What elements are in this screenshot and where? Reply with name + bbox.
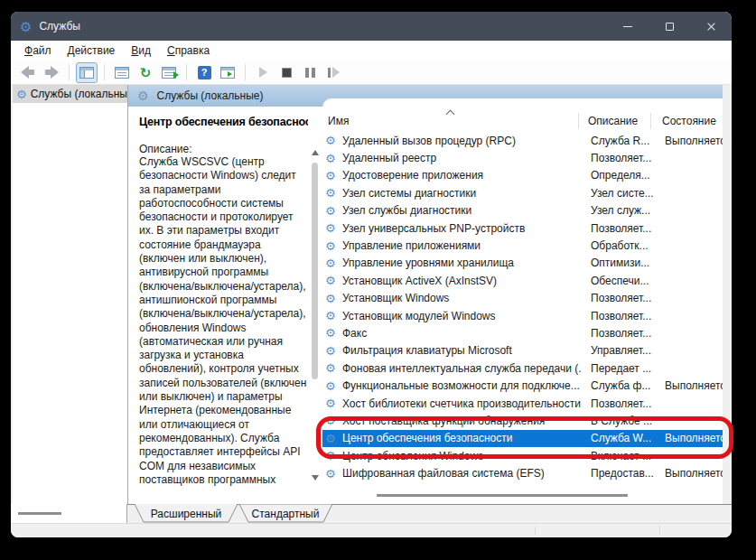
service-row[interactable]: ⚙ Функциональные возможности для подключ… (322, 377, 723, 394)
view-header-band: ⚙ Службы (локальные) (128, 85, 723, 107)
service-name: Установщик ActiveX (AxInstSV) (342, 275, 582, 287)
scrollbar-thumb[interactable] (312, 163, 318, 379)
play-icon (259, 67, 267, 78)
refresh-button[interactable]: ↻ (135, 63, 155, 82)
service-row[interactable]: ⚙ Удаленный реестр Позволяет... (322, 149, 723, 166)
service-description: Служба R... (582, 135, 654, 147)
service-row[interactable]: ⚙ Фильтрация клавиатуры Microsoft Управл… (322, 342, 723, 359)
status-bar-divider (535, 527, 536, 535)
service-row[interactable]: ⚙ Управление уровнями хранилища Оптимизи… (322, 255, 723, 272)
toolbar: ↻ ? (11, 61, 732, 85)
service-gear-icon: ⚙ (322, 187, 339, 199)
tree-item-services-local[interactable]: ⚙ Службы (локальные) (13, 85, 127, 103)
service-name: Управление уровнями хранилища (342, 257, 582, 269)
services-gear-icon: ⚙ (20, 20, 32, 33)
service-description: Позволяет... (582, 152, 654, 164)
service-gear-icon: ⚙ (322, 135, 339, 146)
service-gear-icon: ⚙ (322, 153, 339, 164)
service-name: Функциональные возможности для подключе.… (342, 379, 582, 392)
service-row[interactable]: ⚙ Хост библиотеки счетчика производитель… (322, 395, 723, 412)
service-description: Предостав... (582, 467, 654, 480)
service-description: Оптимизи... (582, 257, 654, 269)
restart-icon (328, 67, 340, 78)
tree-panel-footer (11, 504, 127, 523)
service-row[interactable]: ⚙ Установщик модулей Windows Позволяет..… (322, 307, 723, 324)
service-row[interactable]: ⚙ Удостоверение приложения Определя... (322, 167, 723, 184)
maximize-button[interactable] (649, 12, 690, 41)
scroll-down-icon[interactable] (312, 475, 319, 484)
column-header-status[interactable]: Состояние (650, 113, 723, 129)
console-tree-icon (79, 67, 94, 79)
service-row[interactable]: ⚙ Узел системы диагностики Узел систе... (322, 184, 723, 201)
close-button[interactable] (690, 12, 732, 41)
service-gear-icon: ⚙ (322, 345, 339, 357)
title-bar[interactable]: ⚙ Службы (11, 12, 732, 41)
tree-horizontal-scrollbar-thumb[interactable] (18, 512, 61, 515)
scroll-up-icon[interactable] (312, 146, 319, 155)
service-name: Узел службы диагностики (342, 204, 582, 217)
export-list-button[interactable] (159, 63, 179, 82)
menu-file[interactable]: Файл (16, 42, 60, 59)
service-gear-icon: ⚙ (322, 222, 339, 234)
horizontal-scrollbar-thumb[interactable] (377, 494, 628, 497)
column-header-description[interactable]: Описание (578, 113, 650, 129)
action-pane-icon (220, 67, 235, 79)
menu-action[interactable]: Действие (60, 42, 124, 59)
toolbar-separator (104, 64, 105, 80)
service-row[interactable]: ⚙ Установщик Windows Позволяет... (322, 290, 723, 307)
tree-item-label: Службы (локальные) (31, 88, 127, 100)
stop-service-button[interactable] (276, 63, 296, 82)
service-row[interactable]: ⚙ Удаленный вызов процедур (RPC) Служба … (322, 132, 723, 149)
service-gear-icon: ⚙ (322, 275, 339, 286)
service-description: Узел служ... (582, 204, 654, 217)
pause-service-button[interactable] (300, 63, 320, 82)
pause-icon (305, 68, 315, 78)
service-description: Определя... (582, 169, 654, 182)
tab-strip: Расширенный Стандартный (11, 504, 732, 523)
back-button[interactable] (18, 63, 38, 82)
service-row[interactable]: ⚙ Факс Позволяет... (322, 324, 723, 341)
tab-advanced-label[interactable]: Расширенный (151, 508, 222, 520)
forward-button[interactable] (42, 63, 61, 82)
service-gear-icon: ⚙ (322, 293, 339, 304)
service-description: Обеспечи... (582, 275, 654, 287)
export-list-icon (162, 67, 176, 79)
show-action-pane-button[interactable] (218, 63, 238, 82)
toolbar-separator (186, 64, 187, 80)
service-row[interactable]: ⚙ Управление приложениями Обработк... (322, 237, 723, 254)
service-status: Выполняется (654, 379, 723, 392)
service-name: Удостоверение приложения (342, 169, 582, 182)
service-gear-icon: ⚙ (322, 240, 339, 252)
restart-service-button[interactable] (323, 63, 343, 82)
service-name: Установщик Windows (342, 292, 582, 304)
properties-button[interactable] (112, 63, 132, 82)
window-title: Службы (39, 20, 79, 33)
service-row[interactable]: ⚙ Фоновая интеллектуальная служба переда… (322, 359, 723, 377)
service-description: Передает ... (582, 362, 654, 375)
menu-view[interactable]: Вид (123, 42, 159, 59)
red-highlight-annotation (316, 416, 733, 459)
service-name: Узел универсальных PNP-устройств (342, 222, 582, 235)
minimize-button[interactable] (607, 12, 649, 41)
service-row[interactable]: ⚙ Шифрованная файловая система (EFS) Пре… (322, 464, 723, 481)
service-name: Факс (342, 327, 582, 340)
service-name: Управление приложениями (342, 239, 582, 252)
service-description-pane: Центр обеспечения безопасности Описание:… (128, 107, 308, 504)
service-description: Позволяет... (582, 397, 654, 410)
menu-bar: Файл Действие Вид Справка (11, 41, 732, 61)
service-row[interactable]: ⚙ Узел универсальных PNP-устройств Позво… (322, 219, 723, 237)
menu-help[interactable]: Справка (159, 42, 218, 59)
refresh-icon: ↻ (140, 66, 152, 79)
help-button[interactable]: ? (194, 63, 214, 82)
service-description: Узел систе... (582, 187, 654, 200)
tab-standard-label[interactable]: Стандартный (252, 508, 320, 520)
service-row[interactable]: ⚙ Установщик ActiveX (AxInstSV) Обеспечи… (322, 272, 723, 289)
toolbar-separator (69, 64, 70, 80)
service-row[interactable]: ⚙ Узел службы диагностики Узел служ... (322, 202, 723, 219)
show-console-tree-button[interactable] (77, 63, 97, 82)
start-service-button[interactable] (253, 63, 273, 82)
service-description: Позволяет... (582, 222, 654, 235)
description-label: Описание: (139, 143, 304, 155)
service-name: Установщик модулей Windows (342, 310, 582, 322)
minimize-icon (623, 26, 632, 27)
